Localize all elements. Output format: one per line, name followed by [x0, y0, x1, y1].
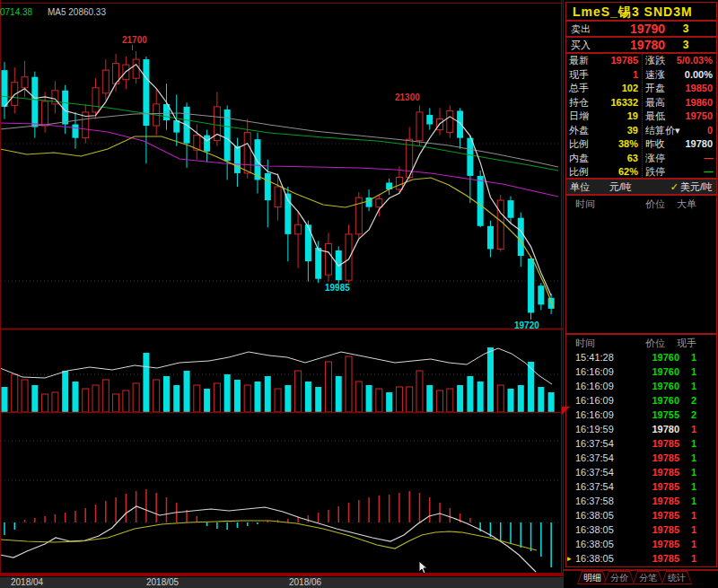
trade-row[interactable]: 16:19:59197801: [566, 422, 716, 436]
ask-row: 卖出 19790 3: [565, 21, 717, 37]
quote-field-label: 昨收: [645, 137, 665, 152]
unit-usd-option[interactable]: ✓美元/吨: [670, 180, 713, 195]
quote-grid-left-column: 最新19785现手1总手102持仓16332日增19外盘39比例38%内盘63比…: [566, 54, 643, 178]
instrument-title: LmeS_锡3 SND3M: [565, 2, 717, 21]
trade-qty: 1: [691, 422, 696, 436]
tab-明细[interactable]: 明细: [577, 571, 608, 584]
trade-price: 19785: [636, 551, 679, 566]
quote-grid-row: 涨停-----: [643, 152, 716, 166]
tab-分价[interactable]: 分价: [604, 571, 635, 584]
quote-field-value: -----: [704, 165, 713, 180]
quote-field-label: 持仓: [569, 96, 589, 110]
quote-grid-row: 跌停-----: [643, 165, 716, 180]
x-axis-label-may: 2018/05: [146, 577, 179, 588]
ma5-label: MA5 20860.33: [48, 7, 106, 17]
quote-field-value: 19: [627, 110, 638, 124]
quote-panel: LmeS_锡3 SND3M 卖出 19790 3 买入 19780 3 最新19…: [563, 0, 718, 588]
trade-row[interactable]: 16:37:54197851: [566, 451, 716, 465]
trade-qty: 1: [691, 364, 696, 379]
trade-time: 16:37:54: [575, 436, 614, 451]
quote-field-label: 跌停: [645, 165, 665, 180]
trade-price: 19785: [636, 522, 679, 537]
quote-grid-row: 最高19860: [643, 96, 716, 110]
trade-price: 19785: [636, 451, 679, 465]
trade-row[interactable]: 15:41:28197601: [566, 350, 716, 364]
quote-grid-row: 比例38%: [566, 137, 642, 152]
annotation-arrow-down-icon: [132, 45, 133, 50]
trade-time: 16:37:58: [575, 494, 614, 508]
big-orders-panel: 时间 价位 大单: [565, 195, 717, 334]
quote-field-label: 内盘: [569, 152, 589, 166]
quote-field-value: 5/0.03%: [677, 54, 713, 68]
x-axis-label-june: 2018/06: [289, 577, 321, 588]
trade-row[interactable]: 16:38:05197851: [566, 522, 716, 537]
trade-row[interactable]: 16:16:09197601: [566, 379, 716, 393]
quote-grid-row: 结算价▾0: [643, 124, 716, 138]
trade-row[interactable]: 16:37:54197851: [566, 465, 716, 479]
trade-qty: 1: [691, 551, 696, 566]
trades-panel[interactable]: 时间 价位 现手 15:41:2819760116:16:0919760116:…: [565, 334, 717, 567]
quote-grid-row: 最新19785: [566, 54, 642, 68]
trade-time: 16:16:09: [575, 408, 614, 422]
unit-cny[interactable]: 元/吨: [609, 180, 632, 195]
quote-field-label: 现手: [569, 68, 589, 83]
quote-grid-right-column: 涨跌5/0.03%速涨0.00%开盘19850最高19860最低19750结算价…: [643, 54, 716, 178]
trade-qty: 1: [691, 436, 696, 451]
trade-row[interactable]: 16:16:09197552: [566, 408, 716, 422]
quote-field-value: 16332: [610, 96, 638, 110]
trade-row[interactable]: 16:38:05197851: [566, 508, 716, 522]
quote-grid-row: 最低19750: [643, 110, 716, 124]
trade-row[interactable]: 16:16:09197601: [566, 364, 716, 379]
trade-qty: 2: [691, 393, 696, 408]
splitter-handle[interactable]: [562, 407, 570, 415]
trade-qty: 1: [691, 451, 696, 465]
trade-row[interactable]: ▸16:38:05197851: [566, 551, 716, 566]
bid-price: 19780: [609, 38, 665, 53]
quote-grid-row: 开盘19850: [643, 82, 716, 96]
quote-field-value: 19780: [685, 137, 713, 152]
trade-row[interactable]: 16:16:09197602: [566, 393, 716, 408]
trade-price: 19760: [636, 350, 679, 364]
trade-price: 19755: [636, 408, 679, 422]
ask-label: 卖出: [571, 22, 591, 37]
mouse-cursor-icon: [418, 561, 431, 575]
bid-label: 买入: [571, 38, 591, 53]
bottom-tab-bar[interactable]: 明细分价分笔统计: [565, 571, 718, 585]
quote-field-label: 外盘: [569, 124, 589, 138]
trade-row[interactable]: 16:37:58197851: [566, 494, 716, 508]
chart-region[interactable]: 0714.38 MA5 20860.33 21700 21300 19985 1…: [0, 0, 563, 588]
quote-grid-row: 涨跌5/0.03%: [643, 54, 716, 68]
trade-time: 16:38:05: [575, 551, 614, 566]
trade-row[interactable]: 16:37:54197851: [566, 436, 716, 451]
trade-time: 16:37:54: [575, 451, 614, 465]
trade-price: 19785: [636, 465, 679, 479]
quote-grid-row: 现手1: [566, 68, 642, 83]
tab-分笔[interactable]: 分笔: [633, 571, 663, 584]
trade-time: 16:19:59: [575, 422, 614, 436]
x-axis-label-april: 2018/04: [11, 577, 43, 588]
trade-time: 16:16:09: [575, 393, 614, 408]
price-chart-canvas[interactable]: [0, 0, 563, 588]
quote-field-label: 总手: [569, 82, 589, 96]
trade-time: 16:16:09: [575, 364, 614, 379]
trade-price: 19785: [636, 436, 679, 451]
tab-label: 明细: [578, 572, 607, 584]
quote-field-value: 19860: [685, 96, 713, 110]
trade-row[interactable]: 16:37:54197851: [566, 479, 716, 494]
unit-label: 单位: [570, 180, 590, 195]
ask-price: 19790: [609, 22, 665, 37]
tab-label: 分笔: [634, 572, 662, 584]
trade-qty: 1: [691, 508, 696, 522]
trade-price: 19785: [636, 508, 679, 522]
trade-qty: 1: [691, 465, 696, 479]
tab-统计[interactable]: 统计: [661, 571, 692, 584]
unit-row[interactable]: 单位 元/吨 ✓美元/吨: [565, 179, 717, 195]
trade-price: 19760: [636, 379, 679, 393]
ask-qty: 3: [672, 22, 699, 37]
annotation-high-21700: 21700: [122, 35, 147, 45]
bid-qty: 3: [672, 38, 699, 53]
trade-time: 16:38:05: [575, 522, 614, 537]
trade-row[interactable]: 16:38:05197851: [566, 537, 716, 551]
trade-time: 16:38:05: [575, 508, 614, 522]
quote-grid-row: 持仓16332: [566, 96, 642, 110]
